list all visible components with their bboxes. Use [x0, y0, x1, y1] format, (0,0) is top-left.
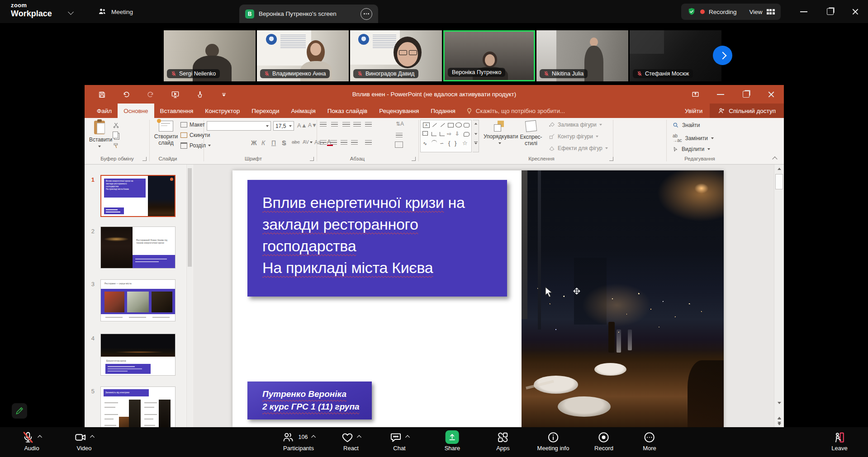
slide-thumbnail-1[interactable]: Вплив енергетичної кризи на заклади рест…	[100, 175, 175, 217]
sign-in-button[interactable]: Увійти	[678, 104, 710, 118]
arrow-shape-icon[interactable]	[441, 123, 445, 127]
video-options-chevron[interactable]	[90, 435, 95, 439]
share-tab-options-icon[interactable]	[360, 8, 372, 20]
align-right-icon[interactable]	[341, 140, 347, 145]
share-screen-button[interactable]: Share	[445, 430, 460, 452]
view-grid-icon[interactable]	[767, 9, 775, 14]
find-button[interactable]: Знайти	[673, 122, 700, 128]
chat-button[interactable]: Chat	[390, 430, 409, 452]
slide-thumbnail-3[interactable]: Ресторани — серце міста	[100, 279, 175, 321]
triangle-shape-icon[interactable]	[422, 131, 428, 136]
callout-shape-icon[interactable]	[464, 132, 470, 137]
ppt-restore-button[interactable]	[736, 85, 756, 104]
line-spacing-icon[interactable]	[365, 122, 372, 127]
new-slide-button[interactable]: Створити слайд	[153, 121, 179, 146]
format-painter-icon[interactable]	[113, 142, 119, 149]
slide-1-canvas[interactable]: Вплив енергетичної кризи на заклади рест…	[232, 170, 724, 427]
scroll-down-button[interactable]	[774, 399, 784, 407]
shapes-scroll-down-icon[interactable]	[474, 133, 477, 135]
slide-scrollbar[interactable]	[774, 165, 784, 427]
video-tile-veronika-active-speaker[interactable]: Вероніка Путренко	[443, 30, 535, 81]
video-tile-julia[interactable]: Nikitina Julia	[536, 30, 628, 81]
tab-view[interactable]: Подання	[425, 104, 461, 118]
security-shield-icon[interactable]	[687, 7, 696, 16]
slide-thumbnail-2[interactable]: Ресторанний бізнес Києва під тиском енер…	[100, 226, 175, 269]
view-button-label[interactable]: View	[749, 9, 763, 15]
cut-icon[interactable]	[113, 122, 119, 128]
shapes-gallery-scroll[interactable]	[473, 120, 479, 152]
shrink-font-icon[interactable]: A▼	[308, 122, 317, 128]
line-shape-icon[interactable]	[432, 123, 437, 127]
strikethrough-button[interactable]: abc	[292, 139, 300, 145]
react-button[interactable]: React	[342, 430, 361, 452]
tab-review[interactable]: Рецензування	[373, 104, 425, 118]
audio-options-chevron[interactable]	[38, 435, 42, 439]
increase-indent-icon[interactable]	[353, 122, 361, 127]
chat-options-chevron[interactable]	[405, 435, 410, 439]
next-slide-button[interactable]	[774, 419, 784, 428]
shape-outline-button[interactable]: Контур фігури	[549, 133, 598, 140]
tab-design[interactable]: Конструктор	[199, 104, 246, 118]
right-brace-shape-icon[interactable]: }	[455, 140, 456, 146]
slide-thumbnail-4[interactable]: Енергетична криза	[100, 334, 175, 376]
ppt-minimize-button[interactable]	[711, 85, 730, 104]
clipboard-dialog-launcher[interactable]	[142, 157, 147, 161]
shape-effects-button[interactable]: Ефекти для фігур	[549, 145, 608, 151]
tab-shared-screen[interactable]: B Вероніка Путренко's screen	[239, 5, 378, 23]
window-minimize-button[interactable]	[792, 0, 815, 23]
shape-fill-button[interactable]: Заливка фігури	[549, 122, 602, 128]
scribble-shape-icon[interactable]: ∿	[423, 141, 427, 146]
window-restore-button[interactable]	[819, 0, 841, 23]
video-tile-sergi[interactable]: Sergi Neilenko	[164, 30, 256, 81]
decrease-indent-icon[interactable]	[342, 122, 350, 127]
paste-button[interactable]: Вставити	[89, 121, 110, 149]
react-options-chevron[interactable]	[357, 435, 361, 439]
bold-button[interactable]: Ж	[251, 139, 257, 146]
participants-options-chevron[interactable]	[311, 435, 316, 439]
columns-icon[interactable]	[365, 140, 372, 145]
text-shadow-button[interactable]: S	[282, 139, 286, 146]
shapes-scroll-up-icon[interactable]	[474, 123, 477, 125]
slide-title-textbox[interactable]: Вплив енергетичної кризи на заклади рест…	[247, 180, 507, 297]
select-button[interactable]: Виділити	[673, 146, 710, 152]
ppt-close-button[interactable]	[761, 85, 781, 104]
quick-styles-button[interactable]: Експрес- стилі	[518, 121, 544, 146]
grow-font-icon[interactable]: A▲	[297, 122, 307, 129]
shapes-gallery[interactable]: A ⇨ ⇩ ∿ ∽ { } ☆	[420, 120, 472, 152]
more-button[interactable]: More	[643, 430, 656, 452]
video-tile-stefaniya[interactable]: Стефанія Мосюк	[630, 30, 721, 81]
arrange-button[interactable]: Упорядкувати	[484, 121, 516, 146]
tab-home[interactable]: Основне	[118, 104, 154, 118]
slide-photo-night-city[interactable]	[522, 170, 724, 427]
shapes-more-icon[interactable]	[474, 141, 478, 142]
ppt-share-button[interactable]: Спільний доступ	[710, 104, 784, 118]
curve-shape-icon[interactable]: ∽	[440, 141, 444, 146]
apps-button[interactable]: Apps	[496, 430, 510, 452]
replace-button[interactable]: ab→ac Замінити	[673, 134, 714, 143]
star-shape-icon[interactable]: ☆	[462, 140, 468, 146]
drawing-dialog-launcher[interactable]	[609, 157, 613, 161]
oval-shape-icon[interactable]	[455, 122, 462, 127]
text-direction-icon[interactable]: ⇅A	[396, 121, 404, 127]
reset-button[interactable]: Скинути	[180, 132, 210, 138]
slide-thumbnail-5[interactable]: Залежність від електрики	[100, 386, 175, 429]
record-button[interactable]: Record	[594, 430, 613, 452]
rectangle-shape-icon[interactable]	[448, 123, 454, 127]
italic-button[interactable]: К	[261, 139, 265, 146]
left-brace-shape-icon[interactable]: {	[448, 140, 450, 146]
tab-slideshow[interactable]: Показ слайдів	[322, 104, 373, 118]
font-name-combobox[interactable]	[207, 121, 271, 131]
workspace-chevron-down-icon[interactable]	[68, 9, 74, 15]
align-left-icon[interactable]	[320, 140, 327, 145]
participants-button[interactable]: 106 Participants	[282, 430, 315, 452]
align-center-icon[interactable]	[330, 140, 337, 145]
leave-button[interactable]: Leave	[831, 430, 847, 452]
justify-icon[interactable]	[351, 140, 358, 145]
bullets-icon[interactable]	[320, 122, 327, 127]
align-text-icon[interactable]	[396, 133, 403, 138]
tab-file[interactable]: Файл	[91, 104, 118, 118]
video-tile-david[interactable]: Виноградов Давид	[350, 30, 442, 81]
font-dialog-launcher[interactable]	[310, 157, 314, 161]
tab-meeting[interactable]: Meeting	[98, 5, 133, 19]
right-arrow-shape-icon[interactable]: ⇨	[447, 131, 451, 137]
